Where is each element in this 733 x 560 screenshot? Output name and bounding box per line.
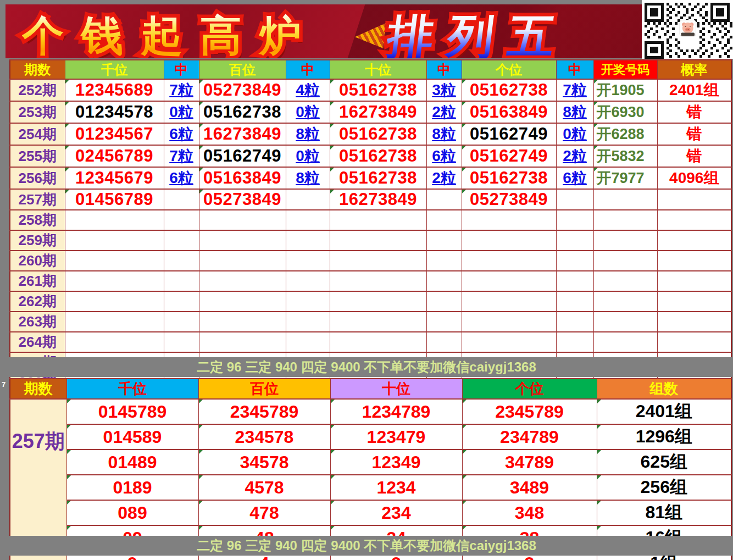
hit-cell[interactable] bbox=[164, 189, 199, 210]
draw-cell[interactable] bbox=[593, 312, 657, 332]
t2-digits-cell[interactable]: 3489 bbox=[462, 475, 597, 500]
hit-cell[interactable] bbox=[164, 210, 199, 230]
digits-cell[interactable] bbox=[462, 271, 556, 291]
col2-header-shiwei[interactable]: 十位 bbox=[330, 379, 462, 399]
digits-cell[interactable] bbox=[330, 291, 426, 312]
hit-cell[interactable] bbox=[286, 291, 330, 312]
draw-cell[interactable]: 开7977 bbox=[593, 167, 657, 189]
col-header-zhong-2[interactable]: 中 bbox=[286, 60, 330, 79]
hit-cell[interactable] bbox=[286, 271, 330, 291]
period-cell[interactable]: 262期 bbox=[10, 291, 65, 312]
digits-cell[interactable]: 02456789 bbox=[65, 145, 164, 167]
hit-cell[interactable] bbox=[286, 312, 330, 332]
col-header-kaijiang[interactable]: 开奖号码 bbox=[593, 60, 657, 79]
digits-cell[interactable] bbox=[199, 251, 286, 271]
probability-cell[interactable] bbox=[657, 189, 731, 210]
t2-digits-cell[interactable]: 34578 bbox=[198, 450, 330, 475]
digits-cell[interactable] bbox=[65, 210, 164, 230]
digits-cell[interactable] bbox=[199, 271, 286, 291]
hit-cell[interactable]: 3粒 bbox=[426, 79, 462, 101]
t2-digits-cell[interactable]: 1234 bbox=[330, 475, 462, 500]
period-cell[interactable]: 258期 bbox=[10, 210, 65, 230]
hit-cell[interactable] bbox=[426, 312, 462, 332]
draw-cell[interactable]: 开5832 bbox=[593, 145, 657, 167]
digits-cell[interactable] bbox=[330, 271, 426, 291]
hit-cell[interactable] bbox=[556, 312, 593, 332]
t2-groups-cell[interactable]: 81组 bbox=[597, 500, 731, 525]
draw-cell[interactable] bbox=[593, 291, 657, 312]
draw-cell[interactable] bbox=[593, 230, 657, 251]
t2-digits-cell[interactable]: 1234789 bbox=[330, 399, 462, 424]
col-header-zhong-3[interactable]: 中 bbox=[426, 60, 462, 79]
hit-cell[interactable] bbox=[426, 230, 462, 251]
digits-cell[interactable] bbox=[462, 230, 556, 251]
col-header-gewei[interactable]: 个位 bbox=[462, 60, 556, 79]
probability-cell[interactable]: 错 bbox=[657, 123, 731, 145]
probability-cell[interactable] bbox=[657, 230, 731, 251]
t2-digits-cell[interactable]: 2345789 bbox=[462, 399, 597, 424]
hit-cell[interactable] bbox=[556, 189, 593, 210]
t2-digits-cell[interactable]: 12349 bbox=[330, 450, 462, 475]
digits-cell[interactable]: 12345689 bbox=[65, 79, 164, 101]
digits-cell[interactable] bbox=[330, 332, 426, 352]
hit-cell[interactable] bbox=[164, 251, 199, 271]
draw-cell[interactable] bbox=[593, 210, 657, 230]
period-cell[interactable]: 254期 bbox=[10, 123, 65, 145]
draw-cell[interactable] bbox=[593, 332, 657, 352]
hit-cell[interactable]: 0粒 bbox=[556, 123, 593, 145]
digits-cell[interactable] bbox=[65, 251, 164, 271]
hit-cell[interactable] bbox=[426, 210, 462, 230]
t2-digits-cell[interactable]: 234 bbox=[330, 500, 462, 525]
digits-cell[interactable]: 05162738 bbox=[330, 167, 426, 189]
col-header-zhong-4[interactable]: 中 bbox=[556, 60, 593, 79]
hit-cell[interactable]: 7粒 bbox=[164, 145, 199, 167]
draw-cell[interactable]: 开1905 bbox=[593, 79, 657, 101]
hit-cell[interactable] bbox=[426, 189, 462, 210]
digits-cell[interactable] bbox=[199, 291, 286, 312]
t2-digits-cell[interactable]: 014589 bbox=[66, 424, 198, 450]
hit-cell[interactable] bbox=[286, 210, 330, 230]
digits-cell[interactable]: 01456789 bbox=[65, 189, 164, 210]
digits-cell[interactable]: 05163849 bbox=[462, 101, 556, 123]
hit-cell[interactable]: 2粒 bbox=[426, 167, 462, 189]
digits-cell[interactable]: 16273849 bbox=[330, 101, 426, 123]
t2-digits-cell[interactable]: 089 bbox=[66, 500, 198, 525]
hit-cell[interactable]: 8粒 bbox=[286, 123, 330, 145]
t2-digits-cell[interactable]: 01489 bbox=[66, 450, 198, 475]
digits-cell[interactable] bbox=[65, 271, 164, 291]
digits-cell[interactable]: 05162738 bbox=[330, 79, 426, 101]
digits-cell[interactable] bbox=[462, 251, 556, 271]
probability-cell[interactable]: 错 bbox=[657, 101, 731, 123]
t2-digits-cell[interactable]: 34789 bbox=[462, 450, 597, 475]
digits-cell[interactable]: 05162749 bbox=[462, 145, 556, 167]
digits-cell[interactable]: 05162738 bbox=[330, 145, 426, 167]
hit-cell[interactable]: 6粒 bbox=[426, 145, 462, 167]
digits-cell[interactable] bbox=[462, 312, 556, 332]
probability-cell[interactable] bbox=[657, 332, 731, 352]
col2-header-period[interactable]: 期数 bbox=[10, 379, 66, 399]
col2-header-gewei[interactable]: 个位 bbox=[462, 379, 597, 399]
draw-cell[interactable] bbox=[593, 271, 657, 291]
period-cell[interactable]: 252期 bbox=[10, 79, 65, 101]
digits-cell[interactable] bbox=[462, 210, 556, 230]
probability-cell[interactable] bbox=[657, 291, 731, 312]
t2-digits-cell[interactable]: 348 bbox=[462, 500, 597, 525]
hit-cell[interactable] bbox=[164, 230, 199, 251]
digits-cell[interactable]: 16273849 bbox=[330, 189, 426, 210]
hit-cell[interactable]: 4粒 bbox=[286, 79, 330, 101]
hit-cell[interactable] bbox=[286, 189, 330, 210]
period-cell[interactable]: 259期 bbox=[10, 230, 65, 251]
probability-cell[interactable] bbox=[657, 210, 731, 230]
period-cell[interactable]: 260期 bbox=[10, 251, 65, 271]
digits-cell[interactable] bbox=[330, 312, 426, 332]
hit-cell[interactable] bbox=[556, 210, 593, 230]
digits-cell[interactable] bbox=[199, 312, 286, 332]
hit-cell[interactable]: 2粒 bbox=[556, 145, 593, 167]
digits-cell[interactable] bbox=[462, 332, 556, 352]
hit-cell[interactable] bbox=[556, 230, 593, 251]
t2-digits-cell[interactable]: 4578 bbox=[198, 475, 330, 500]
period-cell[interactable]: 263期 bbox=[10, 312, 65, 332]
hit-cell[interactable]: 8粒 bbox=[556, 101, 593, 123]
period-cell[interactable]: 253期 bbox=[10, 101, 65, 123]
col-header-zhong-1[interactable]: 中 bbox=[164, 60, 199, 79]
